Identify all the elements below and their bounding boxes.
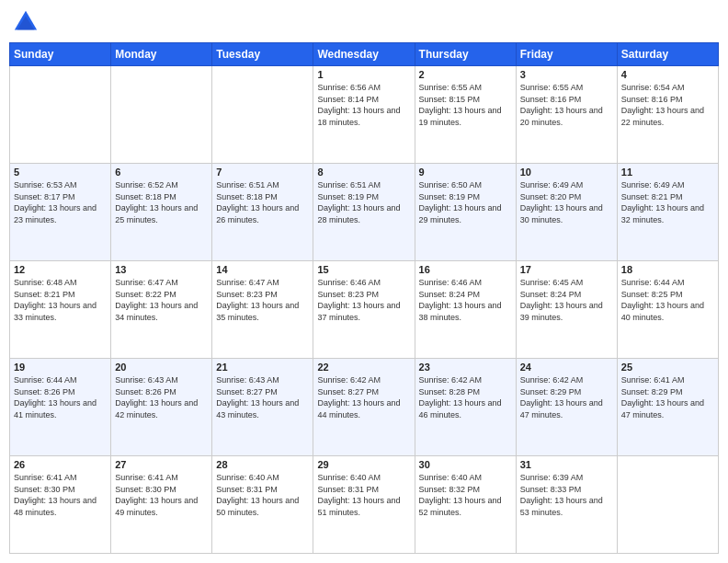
day-number: 24 (520, 362, 613, 373)
day-info: Sunrise: 6:46 AM Sunset: 8:24 PM Dayligh… (419, 277, 512, 323)
day-cell: 17Sunrise: 6:45 AM Sunset: 8:24 PM Dayli… (516, 261, 617, 359)
day-info: Sunrise: 6:55 AM Sunset: 8:16 PM Dayligh… (520, 82, 613, 128)
day-cell: 11Sunrise: 6:49 AM Sunset: 8:21 PM Dayli… (617, 164, 718, 261)
day-info: Sunrise: 6:56 AM Sunset: 8:14 PM Dayligh… (317, 82, 410, 128)
day-info: Sunrise: 6:40 AM Sunset: 8:31 PM Dayligh… (216, 472, 309, 518)
day-info: Sunrise: 6:51 AM Sunset: 8:19 PM Dayligh… (317, 179, 410, 225)
week-row: 5Sunrise: 6:53 AM Sunset: 8:17 PM Daylig… (10, 164, 719, 261)
page: SundayMondayTuesdayWednesdayThursdayFrid… (0, 0, 728, 563)
day-header: Wednesday (313, 43, 415, 66)
day-number: 13 (115, 264, 208, 275)
day-info: Sunrise: 6:41 AM Sunset: 8:29 PM Dayligh… (621, 374, 714, 420)
header (9, 9, 719, 35)
day-info: Sunrise: 6:49 AM Sunset: 8:20 PM Dayligh… (520, 179, 613, 225)
day-info: Sunrise: 6:42 AM Sunset: 8:27 PM Dayligh… (317, 374, 410, 420)
day-info: Sunrise: 6:39 AM Sunset: 8:33 PM Dayligh… (520, 472, 613, 518)
day-cell: 21Sunrise: 6:43 AM Sunset: 8:27 PM Dayli… (212, 359, 313, 456)
day-number: 12 (14, 264, 107, 275)
day-info: Sunrise: 6:40 AM Sunset: 8:32 PM Dayligh… (419, 472, 512, 518)
day-number: 3 (520, 69, 613, 80)
day-cell: 7Sunrise: 6:51 AM Sunset: 8:18 PM Daylig… (212, 164, 313, 261)
day-number: 22 (317, 362, 410, 373)
day-info: Sunrise: 6:40 AM Sunset: 8:31 PM Dayligh… (317, 472, 410, 518)
day-number: 29 (317, 459, 410, 470)
day-cell: 28Sunrise: 6:40 AM Sunset: 8:31 PM Dayli… (212, 456, 313, 554)
day-number: 25 (621, 362, 714, 373)
day-info: Sunrise: 6:47 AM Sunset: 8:23 PM Dayligh… (216, 277, 309, 323)
day-number: 9 (419, 167, 512, 178)
day-number: 27 (115, 459, 208, 470)
day-number: 30 (419, 459, 512, 470)
day-cell: 22Sunrise: 6:42 AM Sunset: 8:27 PM Dayli… (313, 359, 415, 456)
day-info: Sunrise: 6:53 AM Sunset: 8:17 PM Dayligh… (14, 179, 107, 225)
calendar: SundayMondayTuesdayWednesdayThursdayFrid… (9, 42, 719, 554)
week-row: 1Sunrise: 6:56 AM Sunset: 8:14 PM Daylig… (10, 66, 719, 164)
day-cell: 16Sunrise: 6:46 AM Sunset: 8:24 PM Dayli… (415, 261, 516, 359)
day-number: 20 (115, 362, 208, 373)
day-cell: 9Sunrise: 6:50 AM Sunset: 8:19 PM Daylig… (415, 164, 516, 261)
day-cell: 20Sunrise: 6:43 AM Sunset: 8:26 PM Dayli… (111, 359, 212, 456)
day-info: Sunrise: 6:41 AM Sunset: 8:30 PM Dayligh… (115, 472, 208, 518)
day-cell: 24Sunrise: 6:42 AM Sunset: 8:29 PM Dayli… (516, 359, 617, 456)
day-info: Sunrise: 6:48 AM Sunset: 8:21 PM Dayligh… (14, 277, 107, 323)
day-number: 15 (317, 264, 410, 275)
day-cell: 31Sunrise: 6:39 AM Sunset: 8:33 PM Dayli… (516, 456, 617, 554)
day-number: 26 (14, 459, 107, 470)
day-number: 6 (115, 167, 208, 178)
day-cell: 6Sunrise: 6:52 AM Sunset: 8:18 PM Daylig… (111, 164, 212, 261)
day-info: Sunrise: 6:42 AM Sunset: 8:29 PM Dayligh… (520, 374, 613, 420)
day-cell: 8Sunrise: 6:51 AM Sunset: 8:19 PM Daylig… (313, 164, 415, 261)
logo-icon (13, 9, 39, 35)
day-number: 8 (317, 167, 410, 178)
day-number: 11 (621, 167, 714, 178)
day-number: 1 (317, 69, 410, 80)
day-number: 14 (216, 264, 309, 275)
day-cell (10, 66, 111, 164)
day-number: 31 (520, 459, 613, 470)
day-info: Sunrise: 6:52 AM Sunset: 8:18 PM Dayligh… (115, 179, 208, 225)
day-cell: 10Sunrise: 6:49 AM Sunset: 8:20 PM Dayli… (516, 164, 617, 261)
day-cell: 1Sunrise: 6:56 AM Sunset: 8:14 PM Daylig… (313, 66, 415, 164)
day-cell (617, 456, 718, 554)
day-number: 23 (419, 362, 512, 373)
logo (13, 9, 42, 35)
day-header: Tuesday (212, 43, 313, 66)
day-number: 18 (621, 264, 714, 275)
day-info: Sunrise: 6:54 AM Sunset: 8:16 PM Dayligh… (621, 82, 714, 128)
day-info: Sunrise: 6:43 AM Sunset: 8:27 PM Dayligh… (216, 374, 309, 420)
week-row: 19Sunrise: 6:44 AM Sunset: 8:26 PM Dayli… (10, 359, 719, 456)
week-row: 26Sunrise: 6:41 AM Sunset: 8:30 PM Dayli… (10, 456, 719, 554)
day-cell: 25Sunrise: 6:41 AM Sunset: 8:29 PM Dayli… (617, 359, 718, 456)
day-number: 16 (419, 264, 512, 275)
day-number: 28 (216, 459, 309, 470)
header-row: SundayMondayTuesdayWednesdayThursdayFrid… (10, 43, 719, 66)
day-info: Sunrise: 6:43 AM Sunset: 8:26 PM Dayligh… (115, 374, 208, 420)
day-header: Saturday (617, 43, 718, 66)
day-info: Sunrise: 6:44 AM Sunset: 8:26 PM Dayligh… (14, 374, 107, 420)
day-header: Sunday (10, 43, 111, 66)
day-info: Sunrise: 6:46 AM Sunset: 8:23 PM Dayligh… (317, 277, 410, 323)
day-cell: 12Sunrise: 6:48 AM Sunset: 8:21 PM Dayli… (10, 261, 111, 359)
day-info: Sunrise: 6:49 AM Sunset: 8:21 PM Dayligh… (621, 179, 714, 225)
day-number: 17 (520, 264, 613, 275)
day-info: Sunrise: 6:51 AM Sunset: 8:18 PM Dayligh… (216, 179, 309, 225)
day-info: Sunrise: 6:55 AM Sunset: 8:15 PM Dayligh… (419, 82, 512, 128)
day-cell: 5Sunrise: 6:53 AM Sunset: 8:17 PM Daylig… (10, 164, 111, 261)
day-cell: 18Sunrise: 6:44 AM Sunset: 8:25 PM Dayli… (617, 261, 718, 359)
day-cell: 2Sunrise: 6:55 AM Sunset: 8:15 PM Daylig… (415, 66, 516, 164)
day-info: Sunrise: 6:47 AM Sunset: 8:22 PM Dayligh… (115, 277, 208, 323)
day-number: 10 (520, 167, 613, 178)
day-cell: 19Sunrise: 6:44 AM Sunset: 8:26 PM Dayli… (10, 359, 111, 456)
day-number: 7 (216, 167, 309, 178)
day-info: Sunrise: 6:45 AM Sunset: 8:24 PM Dayligh… (520, 277, 613, 323)
day-cell: 29Sunrise: 6:40 AM Sunset: 8:31 PM Dayli… (313, 456, 415, 554)
day-cell: 15Sunrise: 6:46 AM Sunset: 8:23 PM Dayli… (313, 261, 415, 359)
day-info: Sunrise: 6:41 AM Sunset: 8:30 PM Dayligh… (14, 472, 107, 518)
day-number: 4 (621, 69, 714, 80)
day-info: Sunrise: 6:42 AM Sunset: 8:28 PM Dayligh… (419, 374, 512, 420)
day-header: Friday (516, 43, 617, 66)
week-row: 12Sunrise: 6:48 AM Sunset: 8:21 PM Dayli… (10, 261, 719, 359)
day-info: Sunrise: 6:50 AM Sunset: 8:19 PM Dayligh… (419, 179, 512, 225)
day-cell: 14Sunrise: 6:47 AM Sunset: 8:23 PM Dayli… (212, 261, 313, 359)
day-info: Sunrise: 6:44 AM Sunset: 8:25 PM Dayligh… (621, 277, 714, 323)
